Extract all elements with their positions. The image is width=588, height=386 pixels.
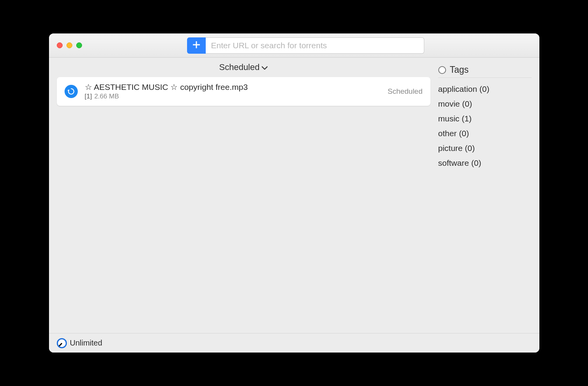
tags-list: application (0) movie (0) music (1) othe… — [438, 82, 532, 170]
download-name: ☆ AESTHETIC MUSIC ☆ copyright free.mp3 — [85, 82, 381, 92]
tag-software[interactable]: software (0) — [438, 156, 532, 170]
filter-dropdown[interactable]: Scheduled — [219, 58, 268, 77]
close-window-button[interactable] — [57, 42, 63, 48]
download-info: ☆ AESTHETIC MUSIC ☆ copyright free.mp3 [… — [85, 82, 381, 100]
download-index: [1] — [85, 93, 92, 100]
downloads-column: Scheduled ☆ AESTHETIC MUSIC ☆ — [49, 58, 438, 333]
tag-application[interactable]: application (0) — [438, 82, 532, 96]
tag-movie[interactable]: movie (0) — [438, 96, 532, 111]
app-window: Scheduled ☆ AESTHETIC MUSIC ☆ — [49, 33, 539, 353]
add-download-button[interactable] — [187, 37, 206, 54]
filter-label: Scheduled — [219, 62, 260, 72]
scheduled-icon — [65, 85, 78, 98]
zoom-window-button[interactable] — [76, 42, 82, 48]
download-meta: [1] 2.66 MB — [85, 93, 381, 100]
speed-limit-label: Unlimited — [70, 339, 102, 347]
traffic-lights — [57, 42, 82, 48]
window-body: Scheduled ☆ AESTHETIC MUSIC ☆ — [49, 58, 539, 353]
tags-panel: Tags application (0) movie (0) music (1)… — [438, 58, 539, 333]
speed-limit-control[interactable]: Unlimited — [49, 333, 539, 353]
tag-picture[interactable]: picture (0) — [438, 141, 532, 156]
download-item[interactable]: ☆ AESTHETIC MUSIC ☆ copyright free.mp3 [… — [57, 77, 430, 106]
download-status: Scheduled — [388, 87, 423, 96]
download-size: 2.66 MB — [94, 93, 119, 100]
titlebar — [49, 33, 539, 58]
chevron-down-icon — [262, 62, 268, 72]
tag-other[interactable]: other (0) — [438, 126, 532, 141]
gauge-icon — [57, 338, 67, 348]
tag-music[interactable]: music (1) — [438, 111, 532, 126]
minimize-window-button[interactable] — [66, 42, 72, 48]
tags-filter-radio[interactable] — [438, 66, 446, 74]
url-search-input[interactable] — [206, 37, 424, 54]
url-search-group — [187, 37, 424, 54]
plus-icon — [193, 41, 200, 50]
main-row: Scheduled ☆ AESTHETIC MUSIC ☆ — [49, 58, 539, 333]
tags-title: Tags — [450, 65, 469, 75]
tags-header: Tags — [438, 65, 532, 78]
